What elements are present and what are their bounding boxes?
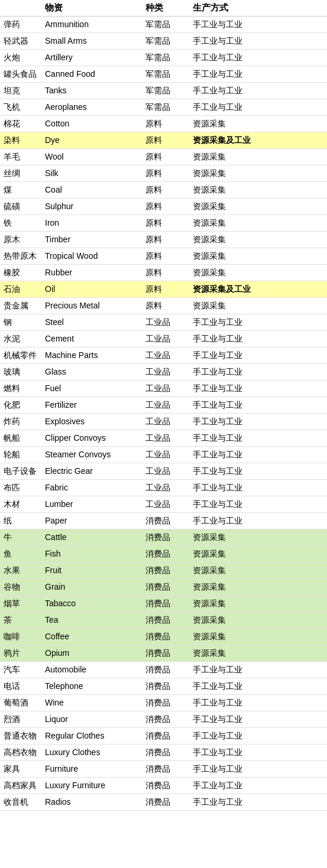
table-row: 火炮Artillery军需品手工业与工业 <box>0 50 327 66</box>
cell-type: 原料 <box>142 182 189 199</box>
cell-zh: 水果 <box>0 563 41 579</box>
cell-zh: 炸药 <box>0 414 41 430</box>
table-row: 高档家具Luxury Furniture消费品手工业与工业 <box>0 778 327 794</box>
cell-prod: 资源采集 <box>189 199 327 215</box>
cell-zh: 原木 <box>0 232 41 248</box>
cell-en: Lumber <box>41 496 142 513</box>
cell-en: Canned Food <box>41 66 142 83</box>
cell-prod: 资源采集 <box>189 116 327 132</box>
cell-zh: 普通衣物 <box>0 728 41 745</box>
cell-en: Opium <box>41 645 142 662</box>
table-row: 轮船Steamer Convoys工业品手工业与工业 <box>0 447 327 463</box>
cell-zh: 铁 <box>0 215 41 232</box>
cell-zh: 飞机 <box>0 99 41 116</box>
cell-en: Cement <box>41 331 142 347</box>
cell-en: Oil <box>41 281 142 298</box>
table-row: 帆船Clipper Convoys工业品手工业与工业 <box>0 430 327 447</box>
cell-type: 原料 <box>142 132 189 149</box>
cell-prod: 手工业与工业 <box>189 314 327 331</box>
cell-type: 原料 <box>142 265 189 281</box>
table-row: 化肥Fertilizer工业品手工业与工业 <box>0 397 327 414</box>
cell-type: 消费品 <box>142 695 189 711</box>
table-row: 家具Furniture消费品手工业与工业 <box>0 761 327 778</box>
cell-zh: 高档衣物 <box>0 745 41 761</box>
cell-zh: 丝绸 <box>0 165 41 182</box>
cell-en: Liquor <box>41 711 142 728</box>
cell-prod: 手工业与工业 <box>189 496 327 513</box>
cell-type: 军需品 <box>142 33 189 50</box>
header-prod: 生产方式 <box>189 0 327 17</box>
cell-zh: 高档家具 <box>0 778 41 794</box>
cell-en: Wool <box>41 149 142 165</box>
cell-zh: 木材 <box>0 496 41 513</box>
cell-zh: 弹药 <box>0 17 41 33</box>
table-row: 原木Timber原料资源采集 <box>0 232 327 248</box>
cell-zh: 轮船 <box>0 447 41 463</box>
cell-zh: 钢 <box>0 314 41 331</box>
cell-prod: 资源采集 <box>189 149 327 165</box>
cell-prod: 手工业与工业 <box>189 33 327 50</box>
cell-en: Fuel <box>41 381 142 397</box>
cell-en: Sulphur <box>41 199 142 215</box>
cell-prod: 手工业与工业 <box>189 678 327 695</box>
cell-en: Tea <box>41 612 142 629</box>
cell-en: Precious Metal <box>41 298 142 314</box>
cell-type: 原料 <box>142 116 189 132</box>
cell-prod: 资源采集及工业 <box>189 132 327 149</box>
cell-type: 消费品 <box>142 645 189 662</box>
table-row: 收音机Radios消费品手工业与工业 <box>0 794 327 811</box>
cell-en: Luxury Clothes <box>41 745 142 761</box>
cell-type: 消费品 <box>142 778 189 794</box>
cell-type: 工业品 <box>142 414 189 430</box>
cell-prod: 手工业与工业 <box>189 331 327 347</box>
cell-type: 工业品 <box>142 430 189 447</box>
cell-en: Steel <box>41 314 142 331</box>
cell-type: 工业品 <box>142 447 189 463</box>
table-row: 轻武器Small Arms军需品手工业与工业 <box>0 33 327 50</box>
cell-prod: 资源采集及工业 <box>189 281 327 298</box>
cell-en: Ammunition <box>41 17 142 33</box>
cell-en: Telephone <box>41 678 142 695</box>
table-row: 纸Paper消费品手工业与工业 <box>0 513 327 529</box>
table-row: 木材Lumber工业品手工业与工业 <box>0 496 327 513</box>
cell-zh: 热带原木 <box>0 248 41 265</box>
cell-type: 工业品 <box>142 397 189 414</box>
cell-prod: 手工业与工业 <box>189 480 327 496</box>
table-row: 水泥Cement工业品手工业与工业 <box>0 331 327 347</box>
cell-zh: 火炮 <box>0 50 41 66</box>
cell-prod: 手工业与工业 <box>189 381 327 397</box>
cell-type: 工业品 <box>142 364 189 381</box>
cell-prod: 手工业与工业 <box>189 364 327 381</box>
header-type: 种类 <box>142 0 189 17</box>
header-en: 物资 <box>41 0 142 17</box>
cell-en: Aeroplanes <box>41 99 142 116</box>
cell-prod: 资源采集 <box>189 248 327 265</box>
cell-type: 消费品 <box>142 612 189 629</box>
cell-type: 原料 <box>142 298 189 314</box>
table-row: 高档衣物Luxury Clothes消费品手工业与工业 <box>0 745 327 761</box>
cell-prod: 资源采集 <box>189 579 327 596</box>
cell-type: 工业品 <box>142 314 189 331</box>
cell-zh: 葡萄酒 <box>0 695 41 711</box>
table-row: 电子设备Electric Gear工业品手工业与工业 <box>0 463 327 480</box>
cell-type: 消费品 <box>142 728 189 745</box>
table-row: 烈酒Liquor消费品手工业与工业 <box>0 711 327 728</box>
cell-type: 消费品 <box>142 761 189 778</box>
cell-type: 军需品 <box>142 83 189 99</box>
cell-prod: 手工业与工业 <box>189 778 327 794</box>
table-row: 热带原木Tropical Wood原料资源采集 <box>0 248 327 265</box>
table-row: 棉花Cotton原料资源采集 <box>0 116 327 132</box>
cell-prod: 手工业与工业 <box>189 83 327 99</box>
table-row: 染料Dye原料资源采集及工业 <box>0 132 327 149</box>
cell-type: 工业品 <box>142 496 189 513</box>
cell-zh: 化肥 <box>0 397 41 414</box>
cell-prod: 资源采集 <box>189 612 327 629</box>
cell-en: Machine Parts <box>41 347 142 364</box>
cell-zh: 家具 <box>0 761 41 778</box>
cell-prod: 资源采集 <box>189 298 327 314</box>
table-row: 硫磺Sulphur原料资源采集 <box>0 199 327 215</box>
cell-type: 原料 <box>142 149 189 165</box>
cell-zh: 烈酒 <box>0 711 41 728</box>
cell-zh: 坦克 <box>0 83 41 99</box>
cell-type: 原料 <box>142 165 189 182</box>
